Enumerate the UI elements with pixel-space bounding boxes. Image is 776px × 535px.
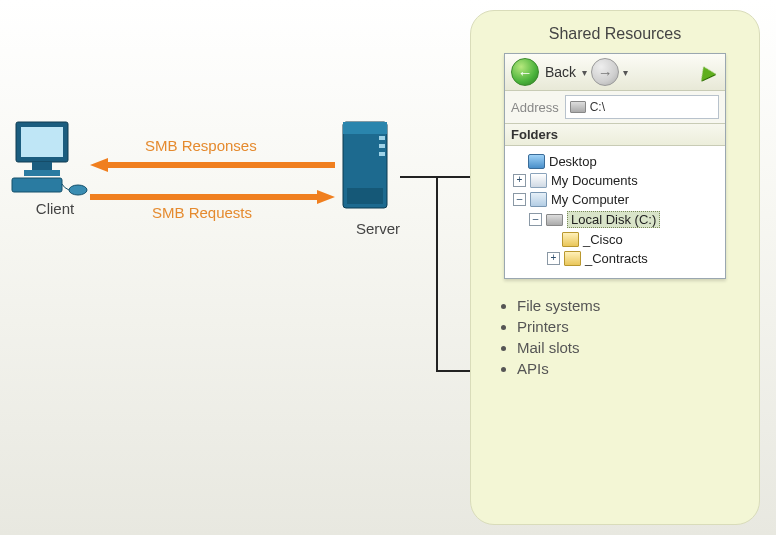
svg-rect-7 <box>343 122 387 134</box>
bullet-item: File systems <box>517 297 759 314</box>
shared-resources-panel: Shared Resources ← Back ▾ → ▾ Address C:… <box>470 10 760 525</box>
disk-icon <box>570 101 586 113</box>
tree-localdisk[interactable]: – Local Disk (C:) <box>529 209 721 230</box>
server-label: Server <box>333 220 423 237</box>
client-node: Client <box>10 118 100 217</box>
desktop-icon <box>528 154 545 169</box>
explorer-window: ← Back ▾ → ▾ Address C:\ Folders Desktop <box>504 53 726 279</box>
tree-mydocuments[interactable]: + My Documents <box>513 171 721 190</box>
bullet-item: Printers <box>517 318 759 335</box>
smb-requests-arrow <box>90 190 335 204</box>
back-label: Back <box>545 64 576 80</box>
mycomputer-icon <box>530 192 547 207</box>
svg-rect-11 <box>347 188 383 204</box>
tree-label: My Documents <box>551 173 638 188</box>
tree-label: _Contracts <box>585 251 648 266</box>
wire-vertical <box>436 176 438 370</box>
shared-resources-title: Shared Resources <box>471 25 759 43</box>
smb-requests-label: SMB Requests <box>152 204 252 221</box>
svg-rect-4 <box>12 178 62 192</box>
back-button[interactable]: ← <box>511 58 539 86</box>
tree-desktop[interactable]: Desktop <box>513 152 721 171</box>
smb-responses-arrow <box>90 158 335 172</box>
shared-bullets: File systems Printers Mail slots APIs <box>517 297 759 377</box>
server-icon <box>333 118 403 218</box>
folder-icon <box>562 232 579 247</box>
folder-tree: Desktop + My Documents – My Computer – <box>505 146 725 278</box>
svg-rect-3 <box>24 170 60 176</box>
expand-icon[interactable]: + <box>513 174 526 187</box>
tree-mycomputer[interactable]: – My Computer <box>513 190 721 209</box>
bullet-item: APIs <box>517 360 759 377</box>
collapse-icon[interactable]: – <box>513 193 526 206</box>
tree-label: Desktop <box>549 154 597 169</box>
expand-icon[interactable]: + <box>547 252 560 265</box>
folders-header: Folders <box>505 124 725 146</box>
up-button[interactable] <box>693 59 719 85</box>
tree-cisco[interactable]: _Cisco <box>547 230 721 249</box>
tree-label: _Cisco <box>583 232 623 247</box>
client-icon <box>10 118 90 196</box>
disk-icon <box>546 214 563 226</box>
svg-rect-1 <box>21 127 63 157</box>
smb-responses-label: SMB Responses <box>145 137 257 154</box>
forward-dropdown-icon[interactable]: ▾ <box>623 67 628 78</box>
address-label: Address <box>511 100 559 115</box>
client-label: Client <box>10 200 100 217</box>
svg-rect-2 <box>32 162 52 170</box>
svg-marker-16 <box>90 158 335 172</box>
up-arrow-icon <box>696 63 716 81</box>
tree-label: My Computer <box>551 192 629 207</box>
folder-icon <box>564 251 581 266</box>
explorer-toolbar: ← Back ▾ → ▾ <box>505 54 725 91</box>
address-value: C:\ <box>590 100 605 114</box>
toggle-icon <box>547 234 558 245</box>
back-dropdown-icon[interactable]: ▾ <box>582 67 587 78</box>
tree-contracts[interactable]: + _Contracts <box>547 249 721 268</box>
address-input[interactable]: C:\ <box>565 95 719 119</box>
address-bar: Address C:\ <box>505 91 725 124</box>
forward-button[interactable]: → <box>591 58 619 86</box>
svg-rect-8 <box>379 136 385 140</box>
collapse-icon[interactable]: – <box>529 213 542 226</box>
mydocuments-icon <box>530 173 547 188</box>
svg-marker-17 <box>90 190 335 204</box>
svg-point-5 <box>69 185 87 195</box>
tree-label-selected: Local Disk (C:) <box>567 211 660 228</box>
toggle-icon <box>513 156 524 167</box>
svg-rect-10 <box>379 152 385 156</box>
svg-rect-9 <box>379 144 385 148</box>
bullet-item: Mail slots <box>517 339 759 356</box>
